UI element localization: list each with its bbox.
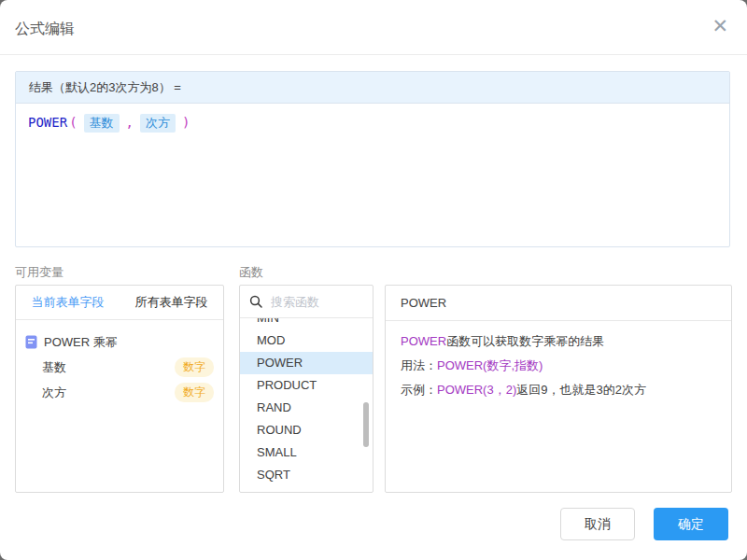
function-search-input[interactable] (269, 294, 363, 310)
result-bar: 结果（默认2的3次方为8） = (16, 72, 729, 104)
cancel-button[interactable]: 取消 (560, 508, 635, 540)
open-paren: ( (69, 115, 77, 130)
formula-edit-dialog: 公式编辑 ✕ 结果（默认2的3次方为8） = POWER(基数,次方) 可用变量… (0, 0, 747, 560)
field-name: 基数 (42, 359, 66, 376)
search-icon (249, 295, 262, 308)
formula-arg-token[interactable]: 基数 (84, 114, 120, 133)
function-list-item[interactable]: MIN (240, 318, 373, 329)
function-detail-body: POWER函数可以获取数字乘幂的结果 用法：POWER(数字,指数) 示例：PO… (386, 321, 731, 411)
close-icon[interactable]: ✕ (712, 16, 728, 35)
form-document-icon (25, 335, 37, 349)
field-type-badge: 数字 (175, 357, 214, 377)
detail-line-usage: 用法：POWER(数字,指数) (401, 354, 716, 378)
function-list-item[interactable]: SQRT (240, 464, 373, 486)
function-list-item[interactable]: ROUND (240, 419, 373, 441)
tree-field-row[interactable]: 次方 数字 (16, 380, 223, 405)
available-variables-label: 可用变量 (15, 264, 63, 281)
formula-arg-token[interactable]: 次方 (140, 114, 176, 133)
function-list-item-selected[interactable]: POWER (240, 352, 373, 374)
detail-line-description: POWER函数可以获取数字乘幂的结果 (401, 329, 716, 354)
formula-editor-block: 结果（默认2的3次方为8） = POWER(基数,次方) (15, 71, 730, 247)
function-list-item[interactable]: MOD (240, 329, 373, 352)
field-type-badge: 数字 (175, 383, 214, 402)
tab-current-form-fields[interactable]: 当前表单字段 (16, 286, 120, 319)
detail-code: POWER(3，2) (437, 383, 516, 397)
tree-root-label: POWER 乘幂 (44, 334, 118, 351)
page-title: 公式编辑 (15, 20, 75, 39)
detail-code: POWER (401, 334, 446, 348)
close-paren: ) (182, 115, 190, 130)
function-list-item[interactable]: PRODUCT (240, 374, 373, 397)
scrollbar-thumb[interactable] (363, 402, 369, 447)
tree-root-form[interactable]: POWER 乘幂 (16, 329, 223, 355)
detail-text: 函数可以获取数字乘幂的结果 (446, 334, 604, 348)
tree-field-row[interactable]: 基数 数字 (16, 355, 223, 380)
function-list-item[interactable]: SMALL (240, 441, 373, 464)
detail-line-example: 示例：POWER(3，2)返回9，也就是3的2次方 (401, 378, 716, 402)
function-detail-panel: POWER POWER函数可以获取数字乘幂的结果 用法：POWER(数字,指数)… (385, 285, 732, 493)
function-detail-title: POWER (386, 286, 731, 321)
tab-all-form-fields[interactable]: 所有表单字段 (120, 286, 223, 319)
formula-editor[interactable]: POWER(基数,次方) (16, 104, 729, 245)
variables-tabs: 当前表单字段 所有表单字段 (16, 286, 223, 320)
function-search-row (240, 286, 373, 318)
field-name: 次方 (42, 385, 66, 401)
dialog-header: 公式编辑 ✕ (0, 0, 747, 55)
functions-label: 函数 (239, 264, 263, 281)
functions-panel: MIN MOD POWER PRODUCT RAND ROUND SMALL S… (239, 285, 374, 493)
function-list: MIN MOD POWER PRODUCT RAND ROUND SMALL S… (240, 318, 373, 491)
detail-code: POWER(数字,指数) (437, 358, 543, 372)
detail-text: 用法： (401, 358, 437, 372)
confirm-button[interactable]: 确定 (654, 508, 728, 540)
formula-keyword: POWER (28, 115, 67, 130)
variables-tree: POWER 乘幂 基数 数字 次方 数字 (16, 320, 223, 405)
function-list-item[interactable]: RAND (240, 397, 373, 419)
comma: , (126, 115, 134, 130)
detail-text: 示例： (401, 383, 437, 397)
variables-panel: 当前表单字段 所有表单字段 POWER 乘幂 基数 数字 次方 数字 (15, 285, 224, 493)
detail-text: 返回9，也就是3的2次方 (516, 383, 646, 397)
